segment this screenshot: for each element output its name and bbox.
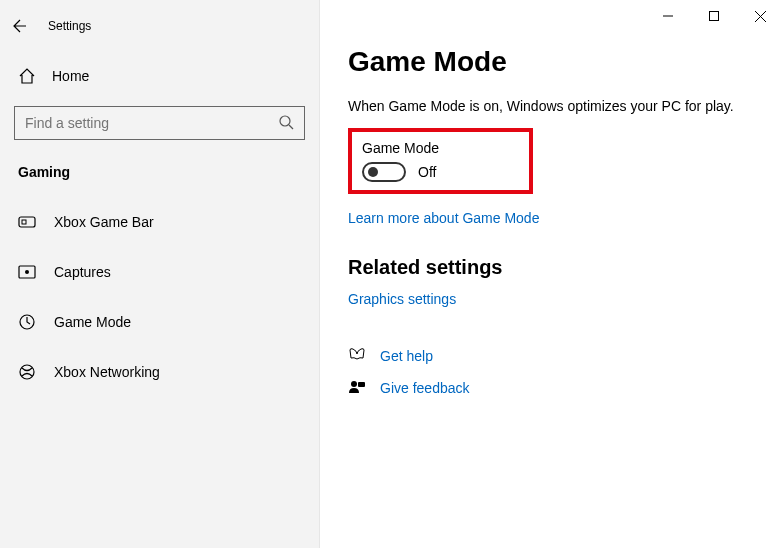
svg-line-1 — [289, 125, 293, 129]
close-button[interactable] — [737, 0, 783, 32]
sidebar-item-label: Xbox Networking — [54, 364, 160, 380]
svg-point-12 — [351, 381, 357, 387]
sidebar-item-xbox-game-bar[interactable]: Xbox Game Bar — [0, 200, 319, 244]
game-mode-toggle[interactable] — [362, 162, 406, 182]
back-button[interactable] — [0, 8, 40, 44]
settings-window: Settings Home Gaming Xbox Game Bar — [0, 0, 783, 548]
search-input[interactable] — [25, 115, 278, 131]
sidebar-section-title: Gaming — [0, 158, 319, 194]
window-controls — [645, 0, 783, 32]
sidebar-item-captures[interactable]: Captures — [0, 250, 319, 294]
svg-rect-13 — [358, 382, 365, 387]
minimize-button[interactable] — [645, 0, 691, 32]
home-label: Home — [52, 68, 89, 84]
home-icon — [18, 67, 36, 85]
toggle-label: Game Mode — [362, 140, 439, 156]
gamemode-icon — [18, 313, 36, 331]
minimize-icon — [663, 11, 673, 21]
svg-point-0 — [280, 116, 290, 126]
search-icon — [278, 114, 294, 133]
feedback-icon — [348, 379, 366, 397]
give-feedback-row[interactable]: Give feedback — [348, 379, 755, 397]
xbox-icon — [18, 363, 36, 381]
svg-rect-9 — [710, 12, 719, 21]
app-title: Settings — [48, 19, 91, 33]
sidebar-item-xbox-networking[interactable]: Xbox Networking — [0, 350, 319, 394]
toggle-row: Off — [362, 162, 439, 182]
get-help-row[interactable]: Get help — [348, 347, 755, 365]
page-title: Game Mode — [348, 46, 755, 78]
related-settings-heading: Related settings — [348, 256, 755, 279]
give-feedback-link[interactable]: Give feedback — [380, 380, 470, 396]
gamebar-icon — [18, 213, 36, 231]
search-box[interactable] — [14, 106, 305, 140]
maximize-button[interactable] — [691, 0, 737, 32]
learn-more-link[interactable]: Learn more about Game Mode — [348, 210, 539, 226]
sidebar: Settings Home Gaming Xbox Game Bar — [0, 0, 320, 548]
svg-point-5 — [25, 270, 29, 274]
graphics-settings-link[interactable]: Graphics settings — [348, 291, 456, 307]
main-content: Game Mode When Game Mode is on, Windows … — [320, 0, 783, 548]
svg-rect-3 — [22, 220, 26, 224]
svg-rect-2 — [19, 217, 35, 227]
sidebar-item-game-mode[interactable]: Game Mode — [0, 300, 319, 344]
sidebar-item-label: Game Mode — [54, 314, 131, 330]
home-nav[interactable]: Home — [0, 56, 319, 96]
close-icon — [755, 11, 766, 22]
highlight-annotation: Game Mode Off — [348, 128, 533, 194]
toggle-knob — [368, 167, 378, 177]
captures-icon — [18, 263, 36, 281]
back-arrow-icon — [12, 18, 28, 34]
sidebar-item-label: Captures — [54, 264, 111, 280]
maximize-icon — [709, 11, 719, 21]
titlebar: Settings — [0, 8, 319, 44]
sidebar-item-label: Xbox Game Bar — [54, 214, 154, 230]
svg-point-7 — [20, 365, 34, 379]
toggle-state: Off — [418, 164, 436, 180]
get-help-link[interactable]: Get help — [380, 348, 433, 364]
help-icon — [348, 347, 366, 365]
page-description: When Game Mode is on, Windows optimizes … — [348, 98, 755, 114]
